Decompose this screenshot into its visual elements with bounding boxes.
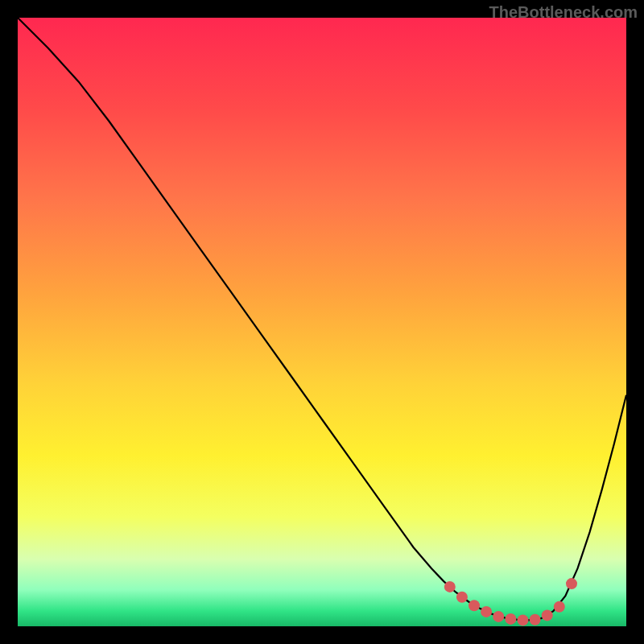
- curve-marker: [518, 614, 529, 625]
- chart-plot-area: [18, 18, 626, 626]
- watermark-text: TheBottleneck.com: [489, 3, 638, 22]
- curve-marker: [493, 611, 504, 622]
- curve-marker: [566, 578, 577, 589]
- curve-marker: [456, 592, 468, 603]
- chart-svg: [18, 18, 626, 626]
- gradient-background: [18, 18, 626, 626]
- curve-marker: [469, 600, 480, 611]
- curve-marker: [505, 613, 516, 625]
- curve-marker: [444, 581, 456, 592]
- curve-marker: [554, 601, 565, 613]
- curve-marker: [481, 606, 492, 617]
- curve-marker: [530, 614, 541, 625]
- curve-marker: [542, 609, 553, 621]
